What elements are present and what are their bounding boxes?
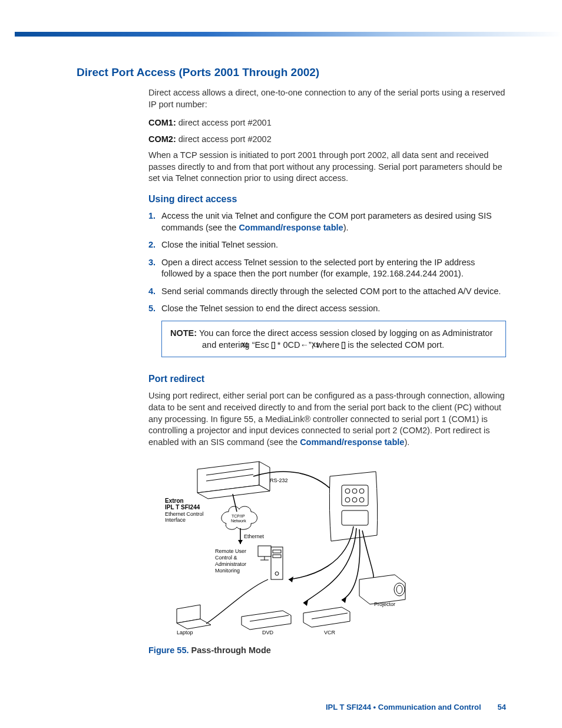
step-3: 3. Open a direct access Telnet session t… (148, 257, 506, 280)
steps-list: 1. Access the unit via Telnet and config… (148, 210, 506, 315)
svg-text:Projector: Projector (374, 601, 395, 607)
diagram-svg: Extron IPL T SFI244 Ethernet Control Int… (165, 459, 418, 635)
svg-text:Administrator: Administrator (215, 561, 246, 567)
svg-text:Laptop: Laptop (177, 630, 193, 635)
step-1: 1. Access the unit via Telnet and config… (148, 210, 506, 233)
svg-text:Monitoring: Monitoring (215, 568, 240, 574)
port-redirect-para: Using port redirect, either serial port … (148, 390, 506, 448)
intro-para: Direct access allows a direct, one-to-on… (148, 87, 506, 110)
svg-rect-29 (273, 550, 281, 553)
svg-text:Interface: Interface (165, 517, 186, 523)
svg-point-11 (345, 489, 350, 493)
svg-text:Ethernet Control: Ethernet Control (165, 511, 204, 517)
command-response-link[interactable]: Command/response table (300, 437, 404, 447)
header-stripe (15, 32, 562, 37)
svg-rect-30 (273, 555, 281, 558)
step-number: 2. (148, 239, 161, 251)
svg-rect-17 (342, 510, 368, 525)
step-number: 4. (148, 286, 161, 298)
step-4: 4. Send serial commands directly through… (148, 286, 506, 298)
svg-point-13 (359, 489, 364, 493)
svg-text:Control &: Control & (215, 555, 237, 561)
svg-point-15 (352, 498, 357, 502)
step-number: 3. (148, 257, 161, 269)
svg-text:DVD: DVD (262, 630, 274, 635)
step-2: 2. Close the initial Telnet session. (148, 239, 506, 251)
figure-caption: Figure 55. Pass-through Mode (148, 645, 506, 657)
using-direct-access-heading: Using direct access (148, 194, 506, 205)
svg-point-12 (352, 489, 357, 493)
svg-point-16 (359, 498, 364, 502)
tcp-para: When a TCP session is initiated to port … (148, 150, 506, 185)
svg-marker-37 (342, 597, 346, 603)
command-response-link[interactable]: Command/response table (239, 223, 343, 232)
port-redirect-heading: Port redirect (148, 374, 506, 384)
svg-text:TCP/IP: TCP/IP (232, 514, 245, 518)
svg-text:Network: Network (231, 519, 246, 523)
svg-text:Remote User: Remote User (215, 548, 246, 554)
com2-line: COM2: direct access port #2002 (148, 134, 506, 146)
svg-marker-35 (289, 577, 293, 582)
step-number: 1. (148, 210, 161, 222)
svg-point-39 (396, 585, 402, 594)
step-number: 5. (148, 303, 161, 315)
page-footer: IPL T SFI244 • Communication and Control… (326, 703, 506, 711)
svg-point-31 (275, 572, 279, 575)
svg-point-14 (345, 498, 350, 502)
svg-marker-44 (242, 611, 291, 630)
svg-text:VCR: VCR (324, 630, 336, 635)
svg-rect-10 (342, 485, 368, 506)
svg-marker-47 (303, 607, 350, 627)
figure-55: Extron IPL T SFI244 Ethernet Control Int… (165, 459, 506, 638)
page-title: Direct Port Access (Ports 2001 Through 2… (77, 66, 506, 79)
svg-text:IPL T SFI244: IPL T SFI244 (165, 504, 200, 510)
com1-line: COM1: direct access port #2001 (148, 117, 506, 129)
svg-text:Extron: Extron (165, 498, 184, 504)
note-box: NOTE: You can force the direct access se… (161, 321, 506, 358)
svg-marker-22 (238, 540, 243, 544)
svg-text:RS-232: RS-232 (270, 477, 288, 483)
svg-text:Ethernet: Ethernet (244, 533, 265, 539)
svg-rect-32 (258, 546, 271, 556)
step-5: 5. Close the Telnet session to end the d… (148, 303, 506, 315)
